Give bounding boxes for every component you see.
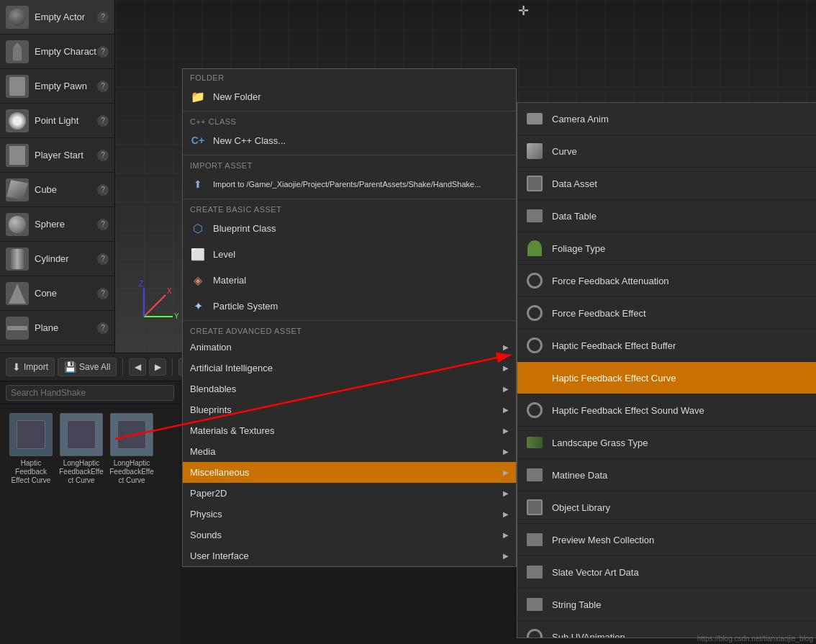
new-folder-item[interactable]: 📁 New Folder — [183, 83, 516, 109]
empty-character-help[interactable]: ? — [97, 46, 109, 58]
empty-actor-help[interactable]: ? — [97, 12, 109, 23]
sub-item-data-table[interactable]: Data Table — [517, 200, 816, 232]
empty-character-label: Empty Charact — [35, 46, 97, 57]
adv-item-blendables[interactable]: Blendables ▶ — [183, 378, 516, 399]
adv-item-label: Blueprints — [190, 404, 232, 415]
basic-item-label: Level — [213, 249, 235, 260]
sub-item-label: Matinee Data — [552, 470, 607, 481]
submenu-arrow: ▶ — [503, 552, 509, 560]
import-asset-item[interactable]: ⬆ Import to /Game/_Xiaojie/Project/Paren… — [183, 171, 516, 197]
sub-item-haptic-feedback-effect-curve[interactable]: Haptic Feedback Effect Curve — [517, 362, 816, 394]
left-item-empty-pawn[interactable]: Empty Pawn ? — [0, 69, 114, 104]
sub-menu: Camera Anim Curve Data Asset Data Table … — [517, 102, 816, 638]
search-input[interactable] — [6, 385, 174, 401]
divider3 — [183, 199, 516, 199]
sub-item-matinee-data[interactable]: Matinee Data — [517, 459, 816, 491]
adv-item-animation[interactable]: Animation ▶ — [183, 337, 516, 358]
sub-item-foliage-type[interactable]: Foliage Type — [517, 232, 816, 265]
svg-text:Y: Y — [174, 312, 179, 320]
left-item-empty-character[interactable]: Empty Charact ? — [0, 35, 114, 69]
adv-item-physics[interactable]: Physics ▶ — [183, 504, 516, 525]
import-button[interactable]: ⬇ Import — [6, 358, 55, 376]
adv-item-label: Blendables — [190, 384, 236, 394]
back-button[interactable]: ◀ — [129, 358, 146, 376]
content-item-1[interactable]: LongHaptic FeedbackEffect Curve — [56, 410, 106, 488]
adv-item-materials-&-textures[interactable]: Materials & Textures ▶ — [183, 420, 516, 441]
left-item-player-start[interactable]: Player Start ? — [0, 138, 114, 173]
sub-item-label: Camera Anim — [552, 114, 609, 124]
sub-item-label: Foliage Type — [552, 243, 605, 254]
basic-item-level[interactable]: ⬜ Level — [183, 241, 516, 267]
cube-help[interactable]: ? — [97, 184, 109, 196]
empty-pawn-help[interactable]: ? — [97, 81, 109, 92]
sub-item-label: Curve — [552, 146, 577, 157]
forward-button[interactable]: ▶ — [149, 358, 166, 376]
sub-item-landscape-grass-type[interactable]: Landscape Grass Type — [517, 427, 816, 459]
plane-icon — [6, 317, 29, 340]
sub-item-curve[interactable]: Curve — [517, 135, 816, 168]
haptic-curve-icon — [525, 368, 545, 388]
sub-item-force-feedback-effect[interactable]: Force Feedback Effect — [517, 297, 816, 330]
sphere-help[interactable]: ? — [97, 219, 109, 230]
submenu-arrow: ▶ — [503, 531, 509, 539]
adv-item-blueprints[interactable]: Blueprints ▶ — [183, 399, 516, 420]
cylinder-icon — [6, 248, 29, 271]
adv-item-user-interface[interactable]: User Interface ▶ — [183, 545, 516, 566]
sub-item-object-library[interactable]: Object Library — [517, 491, 816, 524]
new-cpp-item[interactable]: C+ New C++ Class... — [183, 127, 516, 153]
sub-item-data-asset[interactable]: Data Asset — [517, 168, 816, 200]
empty-actor-icon — [6, 6, 29, 29]
basic-item-particle-system[interactable]: ✦ Particle System — [183, 293, 516, 319]
sub-item-label: Object Library — [552, 502, 610, 513]
sub-item-haptic-feedback-effect-sound-wave[interactable]: Haptic Feedback Effect Sound Wave — [517, 394, 816, 427]
svg-text:Z: Z — [139, 281, 143, 288]
sub-item-camera-anim[interactable]: Camera Anim — [517, 103, 816, 135]
adv-item-media[interactable]: Media ▶ — [183, 441, 516, 462]
adv-item-sounds[interactable]: Sounds ▶ — [183, 525, 516, 545]
basic-item-blueprint-class[interactable]: ⬡ Blueprint Class — [183, 215, 516, 241]
sub-item-string-table[interactable]: String Table — [517, 589, 816, 621]
adv-item-miscellaneous[interactable]: Miscellaneous ▶ — [183, 462, 516, 483]
cpp-item-label: New C++ Class... — [213, 135, 286, 146]
cone-help[interactable]: ? — [97, 288, 109, 299]
sub-item-label: Landscape Grass Type — [552, 437, 648, 448]
content-item-0[interactable]: Haptic Feedback Effect Curve — [6, 410, 56, 488]
basic-item-label: Material — [213, 275, 246, 286]
advanced-section-label: Create Advanced Asset — [183, 322, 516, 337]
folder-icon: 📁 — [190, 89, 206, 104]
empty-actor-label: Empty Actor — [35, 12, 97, 22]
watermark: https://blog.csdn.net/tianxiaojie_blog — [697, 635, 813, 643]
landscape-icon — [525, 432, 545, 453]
adv-item-paper2d[interactable]: Paper2D ▶ — [183, 483, 516, 504]
bp-icon: ⬡ — [190, 220, 206, 236]
left-item-cube[interactable]: Cube ? — [0, 173, 114, 207]
left-item-sphere[interactable]: Sphere ? — [0, 207, 114, 242]
import-item-label: Import to /Game/_Xiaojie/Project/Parents… — [213, 180, 481, 189]
sub-item-preview-mesh-collection[interactable]: Preview Mesh Collection — [517, 524, 816, 556]
table-icon — [525, 562, 545, 582]
left-item-point-light[interactable]: Point Light ? — [0, 104, 114, 138]
point-light-help[interactable]: ? — [97, 115, 109, 127]
left-item-cone[interactable]: Cone ? — [0, 276, 114, 311]
level-icon: ⬜ — [190, 246, 206, 262]
import-icon: ⬇ — [12, 361, 21, 373]
left-item-plane[interactable]: Plane ? — [0, 311, 114, 345]
cursor-icon: ✛ — [518, 3, 529, 19]
content-label-0: Haptic Feedback Effect Curve — [9, 459, 53, 485]
content-thumb-0 — [9, 413, 53, 456]
data-icon — [525, 497, 545, 517]
player-start-help[interactable]: ? — [97, 150, 109, 161]
left-item-empty-actor[interactable]: Empty Actor ? — [0, 0, 114, 35]
sub-item-haptic-feedback-effect-buffer[interactable]: Haptic Feedback Effect Buffer — [517, 330, 816, 362]
content-item-2[interactable]: LongHaptic FeedbackEffect Curve — [106, 410, 157, 488]
data-icon — [525, 173, 545, 194]
sub-item-force-feedback-attenuation[interactable]: Force Feedback Attenuation — [517, 265, 816, 297]
sub-item-slate-vector-art-data[interactable]: Slate Vector Art Data — [517, 556, 816, 589]
save-all-button[interactable]: 💾 Save All — [58, 358, 117, 376]
adv-item-label: Sounds — [190, 530, 222, 540]
left-item-cylinder[interactable]: Cylinder ? — [0, 242, 114, 276]
adv-item-artificial-intelligence[interactable]: Artificial Intelligence ▶ — [183, 358, 516, 378]
cylinder-help[interactable]: ? — [97, 253, 109, 265]
plane-help[interactable]: ? — [97, 322, 109, 334]
basic-item-material[interactable]: ◈ Material — [183, 267, 516, 293]
